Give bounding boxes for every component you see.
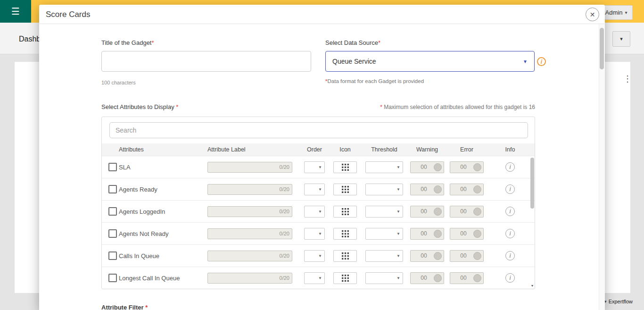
required-mark: * bbox=[151, 39, 154, 46]
icon-picker-button[interactable] bbox=[333, 272, 357, 284]
order-select[interactable]: ▼ bbox=[304, 272, 325, 284]
error-color-swatch[interactable] bbox=[473, 163, 481, 171]
chevron-down-icon: ▼ bbox=[523, 59, 528, 64]
warning-input[interactable]: 00 bbox=[410, 228, 444, 240]
threshold-select[interactable]: ▼ bbox=[365, 250, 403, 262]
icon-picker-button[interactable] bbox=[333, 250, 357, 262]
error-cell: 00 bbox=[447, 228, 487, 240]
character-counter: 0/20 bbox=[280, 275, 289, 281]
icon-picker-button[interactable] bbox=[333, 228, 357, 240]
chevron-down-icon: ▼ bbox=[318, 187, 322, 192]
attribute-rows: SLA 0/20 ▼ bbox=[102, 156, 535, 289]
info-icon[interactable]: i bbox=[505, 184, 515, 194]
app-stage: ☰ Admin ▾ Dashb ▾ ⋮ ▾ Expertflow Score C… bbox=[0, 0, 644, 310]
warning-input[interactable]: 00 bbox=[410, 184, 444, 195]
table-row: Agents Not Ready 0/20 ▼ bbox=[102, 222, 535, 244]
order-select[interactable]: ▼ bbox=[304, 161, 325, 173]
error-input[interactable]: 00 bbox=[450, 161, 484, 173]
toolbar-dropdown-button[interactable]: ▾ bbox=[612, 31, 630, 47]
table-row: Calls In Queue 0/20 ▼ bbox=[102, 244, 535, 267]
attribute-label-input[interactable]: 0/20 bbox=[207, 206, 292, 217]
search-input[interactable] bbox=[109, 122, 528, 138]
hamburger-menu-button[interactable]: ☰ bbox=[0, 0, 31, 23]
error-input[interactable]: 00 bbox=[450, 228, 484, 240]
grid-icon bbox=[342, 252, 349, 260]
dialog-title: Score Cards bbox=[46, 10, 90, 19]
threshold-select[interactable]: ▼ bbox=[365, 228, 403, 240]
modal-scrollbar-thumb[interactable] bbox=[600, 28, 604, 69]
warning-color-swatch[interactable] bbox=[434, 163, 442, 171]
error-color-swatch[interactable] bbox=[473, 185, 481, 193]
attribute-checkbox[interactable] bbox=[108, 207, 117, 216]
warning-color-swatch[interactable] bbox=[434, 230, 442, 238]
table-scrollbar[interactable]: ▾ bbox=[529, 156, 534, 288]
error-input[interactable]: 00 bbox=[450, 250, 484, 262]
error-color-swatch[interactable] bbox=[473, 252, 481, 260]
icon-picker-button[interactable] bbox=[333, 161, 357, 173]
column-header-attribute-label: Attribute Label bbox=[207, 146, 300, 153]
modal-scrollbar[interactable] bbox=[599, 24, 605, 310]
data-source-value: Queue Service bbox=[332, 58, 376, 65]
attribute-label-cell: 0/20 bbox=[207, 162, 300, 173]
info-icon[interactable]: i bbox=[537, 57, 546, 66]
warning-color-swatch[interactable] bbox=[434, 274, 442, 282]
error-cell: 00 bbox=[447, 206, 487, 218]
gadget-title-input[interactable] bbox=[101, 51, 311, 72]
info-icon[interactable]: i bbox=[505, 273, 515, 283]
warning-input[interactable]: 00 bbox=[410, 206, 444, 218]
info-icon[interactable]: i bbox=[505, 251, 515, 260]
warning-input[interactable]: 00 bbox=[410, 250, 444, 262]
warning-value: 00 bbox=[414, 164, 434, 170]
order-select[interactable]: ▼ bbox=[304, 206, 325, 218]
icon-cell bbox=[329, 184, 361, 195]
attribute-checkbox[interactable] bbox=[108, 185, 117, 193]
attribute-label-input[interactable]: 0/20 bbox=[207, 273, 292, 284]
info-icon[interactable]: i bbox=[505, 207, 515, 216]
attribute-checkbox[interactable] bbox=[108, 229, 117, 238]
error-input[interactable]: 00 bbox=[450, 272, 484, 284]
threshold-select[interactable]: ▼ bbox=[365, 206, 403, 218]
error-color-swatch[interactable] bbox=[473, 208, 481, 216]
error-color-swatch[interactable] bbox=[473, 230, 481, 238]
table-scrollbar-thumb[interactable] bbox=[530, 158, 534, 209]
icon-picker-button[interactable] bbox=[333, 206, 357, 218]
warning-color-swatch[interactable] bbox=[434, 252, 442, 260]
info-icon[interactable]: i bbox=[505, 162, 515, 172]
info-cell: i bbox=[487, 162, 534, 172]
warning-color-swatch[interactable] bbox=[434, 208, 442, 216]
attribute-label-input[interactable]: 0/20 bbox=[207, 228, 292, 239]
threshold-select[interactable]: ▼ bbox=[365, 272, 403, 284]
warning-input[interactable]: 00 bbox=[410, 272, 444, 284]
error-color-swatch[interactable] bbox=[473, 274, 481, 282]
error-input[interactable]: 00 bbox=[450, 206, 484, 218]
order-select[interactable]: ▼ bbox=[304, 184, 325, 195]
error-input[interactable]: 00 bbox=[450, 184, 484, 195]
close-button[interactable]: ✕ bbox=[586, 8, 599, 21]
attribute-label-cell: 0/20 bbox=[207, 273, 300, 284]
kebab-menu-icon[interactable]: ⋮ bbox=[623, 75, 632, 84]
attribute-checkbox[interactable] bbox=[108, 274, 117, 282]
scroll-down-icon[interactable]: ▾ bbox=[530, 284, 534, 288]
attribute-label-input[interactable]: 0/20 bbox=[207, 162, 292, 173]
attribute-checkbox[interactable] bbox=[108, 163, 117, 171]
icon-picker-button[interactable] bbox=[333, 184, 357, 195]
warning-input[interactable]: 00 bbox=[410, 161, 444, 173]
order-select[interactable]: ▼ bbox=[304, 228, 325, 240]
required-mark: * bbox=[145, 304, 148, 310]
threshold-select[interactable]: ▼ bbox=[365, 184, 403, 195]
warning-value: 00 bbox=[414, 230, 434, 237]
warning-cell: 00 bbox=[407, 272, 447, 284]
attribute-label-input[interactable]: 0/20 bbox=[207, 184, 292, 195]
warning-color-swatch[interactable] bbox=[434, 185, 442, 193]
threshold-select[interactable]: ▼ bbox=[365, 161, 403, 173]
error-cell: 00 bbox=[447, 272, 487, 284]
info-cell: i bbox=[487, 184, 534, 194]
info-icon[interactable]: i bbox=[505, 229, 515, 238]
order-select[interactable]: ▼ bbox=[304, 250, 325, 262]
attribute-checkbox[interactable] bbox=[108, 251, 117, 260]
checkbox-cell bbox=[102, 207, 119, 216]
gadget-title-label-text: Title of the Gadget bbox=[101, 39, 151, 46]
max-attributes-note: * Maximum selection of attributes allowe… bbox=[380, 104, 535, 110]
data-source-select[interactable]: Queue Service ▼ bbox=[325, 51, 535, 72]
attribute-label-input[interactable]: 0/20 bbox=[207, 251, 292, 261]
